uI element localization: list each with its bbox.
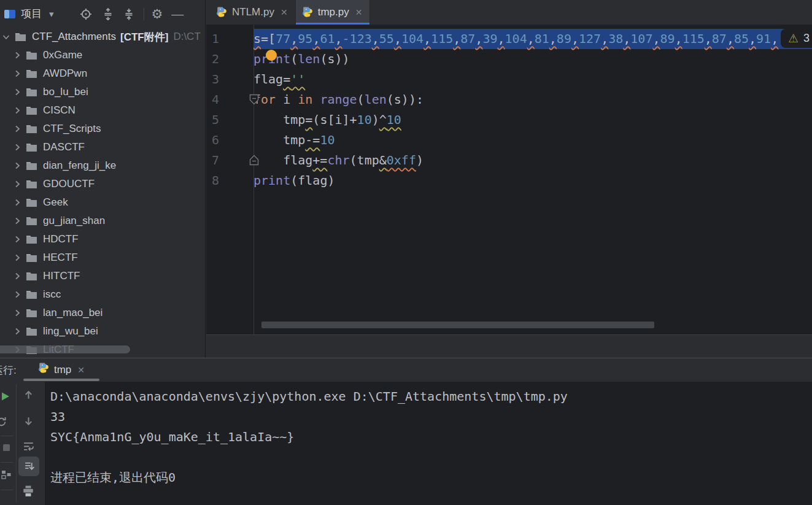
tree-item-Geek[interactable]: Geek [0, 193, 205, 212]
inspection-widget[interactable]: ⚠ 3 [781, 29, 812, 48]
restore-layout-icon[interactable] [1, 469, 12, 480]
chevron-right-icon[interactable] [12, 271, 22, 281]
code-line-6: 6 tmp-=10 [206, 130, 812, 150]
chevron-right-icon[interactable] [12, 216, 22, 226]
close-icon[interactable]: ✕ [355, 7, 363, 17]
fold-start-marker[interactable] [249, 94, 259, 107]
tree-item-0xGame[interactable]: 0xGame [0, 46, 205, 64]
run-tab[interactable]: tmp ✕ [23, 358, 99, 381]
dropdown-icon[interactable]: ▾ [49, 9, 54, 18]
restart-icon[interactable] [0, 416, 7, 428]
close-icon[interactable]: ✕ [280, 7, 288, 17]
folder-icon [26, 198, 37, 207]
line-number: 1 [206, 29, 253, 49]
toolbar-divider [1, 436, 13, 436]
chevron-right-icon[interactable] [12, 198, 22, 207]
collapse-all-icon[interactable] [123, 8, 135, 20]
tree-item-GDOUCTF[interactable]: GDOUCTF [0, 175, 205, 193]
chevron-right-icon[interactable] [12, 161, 22, 171]
code-line-5: 5 tmp=(s[i]+10)^10 [206, 110, 812, 130]
toolbar-divider [1, 490, 13, 490]
scroll-to-end-button[interactable] [18, 457, 39, 476]
expand-all-icon[interactable] [102, 8, 114, 20]
editor-tab-tmp.py[interactable]: tmp.py✕ [296, 0, 371, 25]
tree-item-label: 0xGame [43, 49, 82, 61]
code-text[interactable]: print(flag) [253, 171, 812, 191]
python-file-icon [216, 7, 227, 18]
code-text[interactable]: flag+=chr(tmp&0xff) [253, 150, 812, 171]
locate-file-icon[interactable] [80, 8, 92, 20]
tree-item-gu_jian_shan[interactable]: gu_jian_shan [0, 212, 205, 230]
tree-item-CTF_Scripts[interactable]: CTF_Scripts [0, 120, 205, 138]
code-text[interactable]: tmp-=10 [253, 130, 812, 150]
line-number: 8 [206, 171, 253, 191]
scroll-down-icon[interactable] [23, 415, 34, 427]
tree-item-ling_wu_bei[interactable]: ling_wu_bei [0, 322, 205, 341]
stop-icon[interactable] [1, 442, 12, 453]
console-line [50, 447, 812, 468]
tree-item-HITCTF[interactable]: HITCTF [0, 267, 205, 285]
code-line-1: 1s=[77,95,61,-123,55,104,115,87,39,104,8… [206, 29, 812, 49]
line-number: 3 [206, 69, 253, 90]
chevron-right-icon[interactable] [12, 234, 22, 244]
editor[interactable]: 1s=[77,95,61,-123,55,104,115,87,39,104,8… [206, 25, 812, 334]
folder-icon [26, 69, 37, 79]
editor-horizontal-scrollbar[interactable] [261, 322, 654, 328]
tree-root-row[interactable]: CTF_Attachments [CTF附件] D:\CT [0, 28, 205, 46]
chevron-right-icon[interactable] [12, 106, 22, 115]
close-icon[interactable]: ✕ [77, 365, 85, 375]
code-text[interactable]: flag='' [253, 69, 812, 90]
console-line: 33 [50, 407, 812, 427]
code-text[interactable]: print(len(s)) [253, 49, 812, 69]
chevron-right-icon[interactable] [12, 50, 22, 60]
chevron-right-icon[interactable] [12, 124, 22, 134]
chevron-right-icon[interactable] [12, 308, 22, 318]
rerun-icon[interactable] [1, 391, 10, 401]
chevron-right-icon[interactable] [12, 253, 22, 263]
hide-panel-icon[interactable]: — [171, 8, 183, 20]
code-text[interactable]: for i in range(len(s)): [253, 90, 812, 110]
chevron-right-icon[interactable] [12, 87, 22, 97]
chevron-right-icon[interactable] [12, 326, 22, 336]
folder-icon [26, 253, 37, 263]
fold-end-marker[interactable] [249, 155, 259, 168]
code-area: 1s=[77,95,61,-123,55,104,115,87,39,104,8… [206, 29, 812, 191]
tree-item-AWDPwn[interactable]: AWDPwn [0, 64, 205, 83]
tree-item-dian_feng_ji_ke[interactable]: dian_feng_ji_ke [0, 156, 205, 175]
tree-horizontal-scrollbar[interactable] [0, 345, 130, 353]
folder-icon [26, 87, 37, 97]
line-number: 6 [206, 130, 253, 150]
tree-item-lan_mao_bei[interactable]: lan_mao_bei [0, 304, 205, 322]
gear-icon[interactable]: ⚙ [152, 7, 163, 20]
print-icon[interactable] [22, 485, 34, 497]
project-panel-title[interactable]: 项目 [21, 7, 42, 21]
chevron-right-icon[interactable] [12, 69, 22, 79]
folder-icon [26, 50, 37, 60]
chevron-right-icon[interactable] [12, 179, 22, 189]
project-tree: CTF_Attachments [CTF附件] D:\CT 0xGame AWD… [0, 28, 205, 358]
code-line-8: 8print(flag) [206, 171, 812, 191]
console-line: 进程已结束,退出代码0 [50, 468, 812, 488]
toolbar-divider [1, 462, 13, 463]
project-toolwindow-icon[interactable] [4, 9, 16, 20]
chevron-right-icon[interactable] [12, 290, 22, 299]
editor-tab-NTLM.py[interactable]: NTLM.py✕ [210, 0, 296, 25]
scroll-up-icon[interactable] [23, 389, 34, 401]
tree-item-label: Geek [43, 196, 68, 209]
tree-item-iscc[interactable]: iscc [0, 285, 205, 304]
project-panel: 项目 ▾ ⚙ — CTF_Attachmen [0, 0, 206, 358]
code-text[interactable]: tmp=(s[i]+10)^10 [253, 110, 812, 130]
tree-item-CISCN[interactable]: CISCN [0, 101, 205, 120]
code-text[interactable]: s=[77,95,61,-123,55,104,115,87,39,104,81… [253, 29, 812, 49]
tree-item-label: dian_feng_ji_ke [43, 160, 116, 172]
chevron-down-icon[interactable] [1, 32, 11, 42]
intention-bulb-icon[interactable] [266, 50, 277, 61]
folder-icon [26, 106, 37, 115]
soft-wrap-icon[interactable] [23, 441, 34, 452]
tree-item-bo_lu_bei[interactable]: bo_lu_bei [0, 83, 205, 101]
tree-item-HDCTF[interactable]: HDCTF [0, 230, 205, 249]
tree-item-HECTF[interactable]: HECTF [0, 249, 205, 267]
code-line-4: 4 for i in range(len(s)): [206, 90, 812, 110]
chevron-right-icon[interactable] [12, 142, 22, 152]
tree-item-DASCTF[interactable]: DASCTF [0, 138, 205, 156]
